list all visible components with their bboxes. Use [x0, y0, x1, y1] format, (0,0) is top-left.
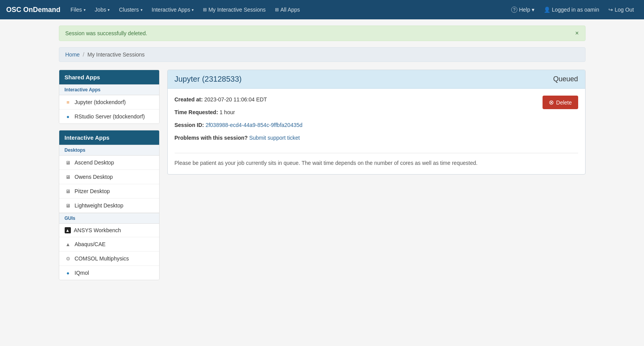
session-top-row: Created at: 2023-07-20 11:06:04 EDT Time… [175, 96, 578, 147]
sidebar-item-owens-desktop[interactable]: 🖥 Owens Desktop [59, 170, 159, 184]
user-menu[interactable]: 👤 Logged in as oamin [540, 4, 603, 15]
interactive-apps-section: Interactive Apps Desktops 🖥 Ascend Deskt… [59, 130, 160, 280]
nav-all-apps[interactable]: ⊞ All Apps [271, 4, 304, 15]
session-fields: Created at: 2023-07-20 11:06:04 EDT Time… [175, 96, 543, 147]
session-time-requested-field: Time Requested: 1 hour [175, 108, 543, 116]
nav-clusters[interactable]: Clusters ▾ [115, 4, 146, 15]
sidebar-item-label: Abaqus/CAE [75, 241, 106, 247]
session-id-label: Session ID: [175, 122, 204, 128]
sidebar-item-pitzer-desktop[interactable]: 🖥 Pitzer Desktop [59, 184, 159, 199]
sidebar-category-interactive-apps-shared: Interactive Apps [59, 84, 159, 95]
session-id-field: Session ID: 2f038988-ecd4-44a9-854c-9ffb… [175, 121, 543, 129]
shared-apps-header: Shared Apps [59, 70, 159, 84]
logout-icon: ↪ [608, 7, 613, 13]
sidebar-category-desktops: Desktops [59, 145, 159, 156]
session-problems-field: Problems with this session? Submit suppo… [175, 134, 543, 142]
user-icon: 👤 [544, 7, 550, 13]
navbar-right: ? Help ▾ 👤 Logged in as oamin ↪ Log Out [507, 4, 638, 15]
ansys-icon: ▲ [65, 227, 71, 233]
desktop-icon: 🖥 [65, 159, 72, 166]
delete-button[interactable]: ⊗ Delete [543, 96, 578, 109]
breadcrumb: Home / My Interactive Sessions [59, 47, 586, 62]
help-icon: ? [511, 7, 517, 13]
sidebar-item-label: IQmol [75, 270, 89, 276]
navbar: OSC OnDemand Files ▾ Jobs ▾ Clusters ▾ I… [0, 0, 644, 19]
sidebar: Shared Apps Interactive Apps ≡ Jupyter (… [59, 70, 160, 286]
grid-icon: ⊞ [203, 7, 207, 12]
nav-interactive-apps[interactable]: Interactive Apps ▾ [148, 4, 198, 15]
page-layout: Shared Apps Interactive Apps ≡ Jupyter (… [59, 70, 586, 286]
interactive-apps-header: Interactive Apps [59, 130, 159, 145]
desktop-icon: 🖥 [65, 188, 72, 195]
session-title: Jupyter (23128533) [175, 75, 242, 84]
logout-button[interactable]: ↪ Log Out [605, 4, 638, 15]
navbar-brand[interactable]: OSC OnDemand [6, 6, 60, 14]
session-card: Jupyter (23128533) Queued Created at: 20… [167, 70, 586, 175]
sidebar-item-ansys[interactable]: ▲ ANSYS Workbench [59, 224, 159, 237]
created-at-value: 2023-07-20 11:06:04 EDT [204, 96, 267, 103]
abaqus-icon: ▲ [65, 241, 72, 248]
sidebar-item-label: Pitzer Desktop [75, 188, 110, 194]
sidebar-item-rstudio-shared[interactable]: ● RStudio Server (tdockendorf) [59, 110, 159, 123]
support-ticket-link[interactable]: Submit support ticket [249, 135, 300, 141]
sidebar-item-label: Jupyter (tdockendorf) [75, 99, 126, 105]
chevron-down-icon: ▾ [141, 8, 143, 12]
sidebar-category-guis: GUIs [59, 213, 159, 224]
session-status: Queued [553, 75, 578, 83]
chevron-down-icon: ▾ [532, 7, 534, 13]
chevron-down-icon: ▾ [192, 8, 194, 12]
sidebar-item-label: Owens Desktop [75, 174, 113, 180]
alert-message: Session was successfully deleted. [65, 30, 148, 36]
success-alert: Session was successfully deleted. × [59, 26, 586, 41]
sidebar-item-jupyter-shared[interactable]: ≡ Jupyter (tdockendorf) [59, 95, 159, 110]
desktop-icon: 🖥 [65, 202, 72, 209]
shared-apps-section: Shared Apps Interactive Apps ≡ Jupyter (… [59, 70, 160, 124]
sidebar-item-ascend-desktop[interactable]: 🖥 Ascend Desktop [59, 156, 159, 170]
sidebar-item-iqmol[interactable]: ● IQmol [59, 266, 159, 280]
session-id-link[interactable]: 2f038988-ecd4-44a9-854c-9ffbfa20435d [206, 122, 302, 128]
grid-icon: ⊞ [275, 7, 279, 12]
sidebar-item-label: COMSOL Multiphysics [75, 255, 129, 262]
chevron-down-icon: ▾ [108, 8, 110, 12]
sidebar-item-label: ANSYS Workbench [74, 227, 121, 233]
created-at-label: Created at: [175, 96, 203, 103]
problems-label: Problems with this session? [175, 135, 248, 141]
sidebar-item-comsol[interactable]: ⚙ COMSOL Multiphysics [59, 252, 159, 266]
alert-close-button[interactable]: × [575, 30, 579, 37]
chevron-down-icon: ▾ [84, 8, 86, 12]
help-menu[interactable]: ? Help ▾ [507, 4, 538, 15]
sidebar-item-lightweight-desktop[interactable]: 🖥 Lightweight Desktop [59, 199, 159, 213]
breadcrumb-separator: / [83, 51, 84, 58]
comsol-icon: ⚙ [65, 255, 72, 262]
rstudio-icon: ● [65, 113, 72, 120]
main-content: Session was successfully deleted. × Home… [51, 19, 593, 293]
nav-jobs[interactable]: Jobs ▾ [91, 4, 114, 15]
sidebar-item-label: Lightweight Desktop [75, 202, 124, 209]
jupyter-icon: ≡ [65, 99, 72, 106]
delete-icon: ⊗ [549, 99, 554, 106]
session-queue-message: Please be patient as your job currently … [175, 159, 578, 167]
sidebar-item-label: RStudio Server (tdockendorf) [75, 113, 145, 120]
breadcrumb-home-link[interactable]: Home [65, 51, 80, 58]
breadcrumb-current: My Interactive Sessions [88, 51, 145, 58]
desktop-icon: 🖥 [65, 173, 72, 180]
sidebar-item-label: Ascend Desktop [75, 159, 114, 166]
iqmol-icon: ● [65, 269, 72, 276]
session-divider [175, 153, 578, 153]
session-card-header: Jupyter (23128533) Queued [168, 70, 585, 89]
delete-button-container: ⊗ Delete [543, 96, 578, 109]
session-created-at-field: Created at: 2023-07-20 11:06:04 EDT [175, 96, 543, 104]
sidebar-item-abaqus[interactable]: ▲ Abaqus/CAE [59, 237, 159, 252]
time-requested-value: 1 hour [220, 109, 235, 115]
nav-my-sessions[interactable]: ⊞ My Interactive Sessions [199, 4, 270, 15]
nav-files[interactable]: Files ▾ [67, 4, 89, 15]
time-requested-label: Time Requested: [175, 109, 218, 115]
session-card-body: Created at: 2023-07-20 11:06:04 EDT Time… [168, 89, 585, 174]
